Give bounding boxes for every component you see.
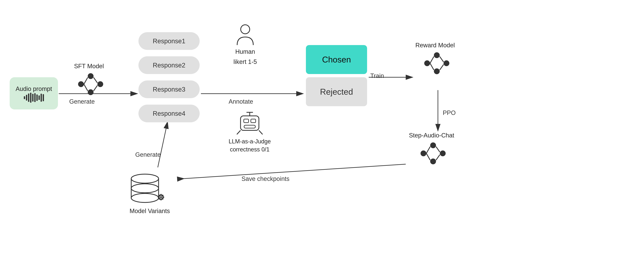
ppo-label: PPO [443,110,456,116]
waveform [24,94,44,101]
waveform-bar [26,95,27,100]
svg-point-16 [241,25,250,34]
svg-line-30 [430,63,434,70]
svg-rect-48 [160,194,162,196]
chosen-box: Chosen [306,45,367,74]
svg-point-25 [424,60,430,66]
waveform-bar [28,94,29,102]
svg-point-9 [88,73,94,79]
svg-point-42 [131,184,158,193]
sft-model-label: SFT Model [74,63,104,70]
step-audio-chat-label: Step-Audio-Chat [409,132,454,139]
arrows-svg [0,0,644,262]
train-label: Train [370,72,384,79]
generate-label-1: Generate [69,98,95,105]
llm-judge-label-1: LLM-as-a-Judge [228,138,271,145]
model-variants-icon [129,169,171,206]
llm-judge-label-2: correctness 0/1 [230,146,270,153]
svg-line-39 [436,146,440,152]
response-box-4: Response4 [138,104,200,122]
llm-judge: LLM-as-a-Judge correctness 0/1 [228,110,271,153]
svg-point-33 [420,150,426,156]
diagram: Audio prompt Generate SFT Model [0,0,644,262]
svg-line-15 [94,86,98,91]
model-variants: Model Variants [129,169,171,214]
waveform-bar [36,94,38,101]
waveform-bar [30,93,32,103]
waveform-bar [32,94,34,102]
svg-point-36 [440,150,446,156]
svg-line-7 [158,122,168,167]
waveform-bar [34,93,36,102]
robot-icon [236,110,264,137]
model-variants-label: Model Variants [130,208,170,214]
svg-point-26 [434,52,440,58]
svg-point-28 [444,60,449,66]
svg-line-31 [440,56,444,62]
response-box-3: Response3 [138,80,200,98]
response-box-2: Response2 [138,56,200,74]
svg-line-24 [259,130,262,134]
rejected-box: Rejected [306,77,367,106]
svg-rect-21 [251,119,256,123]
svg-line-40 [436,155,440,160]
reward-model: Reward Model [416,42,455,76]
svg-rect-49 [160,198,162,200]
svg-point-11 [98,81,103,87]
save-checkpoints-label: Save checkpoints [242,176,290,182]
svg-line-29 [430,56,434,63]
waveform-bar [43,94,44,101]
svg-line-23 [237,130,240,134]
human-annotator: Human likert 1-5 [234,24,257,65]
sft-model-icon [74,71,104,97]
human-icon [236,24,255,45]
svg-point-35 [430,158,436,164]
svg-line-6 [184,164,406,179]
svg-line-32 [440,64,444,70]
svg-point-8 [78,81,84,87]
svg-point-47 [160,196,162,198]
svg-point-41 [131,174,158,183]
response-box-1: Response1 [138,32,200,50]
svg-rect-51 [162,196,164,198]
audio-prompt-box: Audio prompt [10,77,58,110]
svg-line-13 [84,84,88,91]
svg-point-34 [430,142,436,148]
svg-line-14 [94,78,98,83]
svg-point-27 [434,68,440,74]
svg-point-10 [88,89,94,95]
chosen-rejected: Chosen Rejected [306,45,367,106]
svg-rect-50 [158,196,160,198]
human-label-2: likert 1-5 [234,58,257,65]
svg-line-12 [84,78,88,84]
svg-rect-22 [244,125,255,128]
svg-point-43 [131,194,158,202]
audio-prompt-label: Audio prompt [16,86,52,92]
human-label-1: Human [236,48,255,55]
waveform-bar [40,94,42,102]
svg-line-38 [426,153,430,160]
reward-model-label: Reward Model [416,42,455,49]
responses: Response1 Response2 Response3 Response4 [138,32,200,122]
waveform-bar [24,96,25,99]
reward-model-icon [421,50,450,76]
sft-model: SFT Model [74,63,104,97]
annotate-label: Annotate [228,98,253,105]
svg-rect-20 [244,119,248,123]
svg-line-37 [426,146,430,153]
waveform-bar [38,96,40,100]
step-audio-chat-icon [417,140,446,166]
step-audio-chat: Step-Audio-Chat [409,132,454,166]
generate-label-2: Generate [135,151,161,158]
